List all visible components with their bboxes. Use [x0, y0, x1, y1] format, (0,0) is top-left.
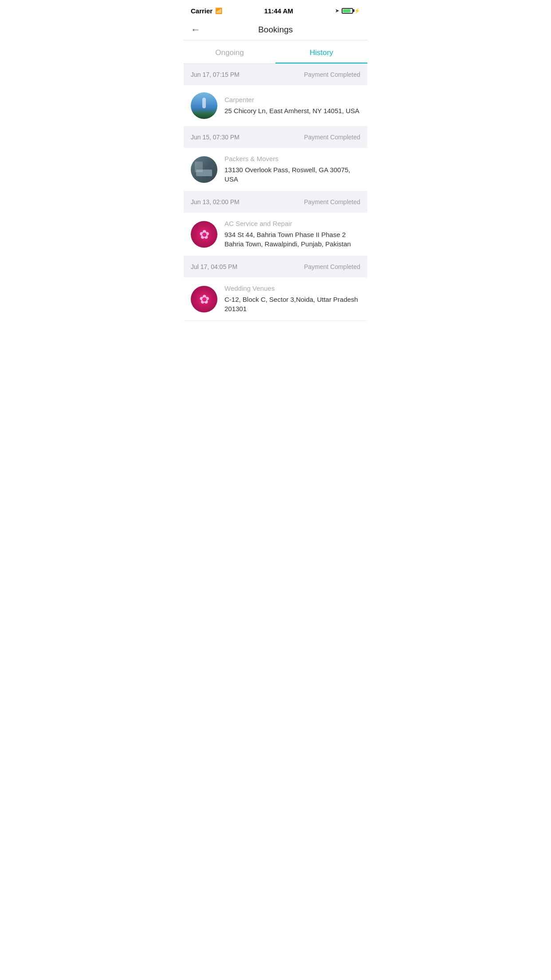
service-avatar-2: [191, 156, 217, 183]
page-title: Bookings: [258, 25, 293, 35]
back-button[interactable]: ←: [191, 25, 201, 35]
booking-section-4: Jul 17, 04:05 PM Payment Completed Weddi…: [184, 256, 367, 321]
booking-header-2: Jun 15, 07:30 PM Payment Completed: [184, 126, 367, 148]
booking-date-3: Jun 13, 02:00 PM: [191, 198, 240, 205]
service-avatar-1: [191, 92, 217, 119]
service-address-3: 934 St 44, Bahria Town Phase II Phase 2 …: [224, 230, 360, 249]
service-name-2: Packers & Movers: [224, 155, 360, 162]
booking-header-3: Jun 13, 02:00 PM Payment Completed: [184, 191, 367, 213]
service-address-1: 25 Chicory Ln, East Amherst, NY 14051, U…: [224, 106, 360, 115]
service-info-1: Carpenter 25 Chicory Ln, East Amherst, N…: [224, 96, 360, 115]
battery-fill: [343, 9, 350, 12]
booking-date-4: Jul 17, 04:05 PM: [191, 263, 237, 270]
booking-status-2: Payment Completed: [304, 134, 360, 141]
tab-ongoing[interactable]: Ongoing: [184, 40, 276, 63]
booking-detail-3[interactable]: AC Service and Repair 934 St 44, Bahria …: [184, 213, 367, 256]
service-name-1: Carpenter: [224, 96, 360, 103]
status-left: Carrier 📶: [191, 7, 222, 15]
battery-container: ⚡: [342, 8, 360, 14]
battery-icon: [342, 8, 353, 14]
booking-section-3: Jun 13, 02:00 PM Payment Completed AC Se…: [184, 191, 367, 256]
booking-header-4: Jul 17, 04:05 PM Payment Completed: [184, 256, 367, 277]
service-info-4: Wedding Venues C-12, Block C, Sector 3,N…: [224, 285, 360, 313]
service-name-3: AC Service and Repair: [224, 220, 360, 227]
service-address-4: C-12, Block C, Sector 3,Noida, Uttar Pra…: [224, 295, 360, 313]
location-icon: ➤: [335, 8, 339, 14]
booking-header-1: Jun 17, 07:15 PM Payment Completed: [184, 64, 367, 85]
tab-history[interactable]: History: [276, 40, 367, 63]
service-name-4: Wedding Venues: [224, 285, 360, 292]
booking-list: Jun 17, 07:15 PM Payment Completed Carpe…: [184, 64, 367, 321]
booking-status-4: Payment Completed: [304, 263, 360, 270]
booking-section-1: Jun 17, 07:15 PM Payment Completed Carpe…: [184, 64, 367, 126]
booking-status-3: Payment Completed: [304, 198, 360, 205]
service-info-3: AC Service and Repair 934 St 44, Bahria …: [224, 220, 360, 249]
status-time: 11:44 AM: [264, 7, 293, 15]
booking-section-2: Jun 15, 07:30 PM Payment Completed Packe…: [184, 126, 367, 191]
booking-status-1: Payment Completed: [304, 71, 360, 78]
booking-date-1: Jun 17, 07:15 PM: [191, 71, 240, 78]
service-address-2: 13130 Overlook Pass, Roswell, GA 30075, …: [224, 165, 360, 184]
page-header: ← Bookings: [184, 20, 367, 40]
booking-detail-4[interactable]: Wedding Venues C-12, Block C, Sector 3,N…: [184, 277, 367, 321]
tab-bar: Ongoing History: [184, 40, 367, 64]
service-avatar-4: [191, 286, 217, 312]
service-avatar-3: [191, 221, 217, 248]
booking-detail-1[interactable]: Carpenter 25 Chicory Ln, East Amherst, N…: [184, 85, 367, 126]
bolt-icon: ⚡: [354, 8, 360, 14]
status-right: ➤ ⚡: [335, 8, 360, 14]
carrier-label: Carrier: [191, 7, 213, 15]
booking-detail-2[interactable]: Packers & Movers 13130 Overlook Pass, Ro…: [184, 148, 367, 191]
status-bar: Carrier 📶 11:44 AM ➤ ⚡: [184, 0, 367, 20]
booking-date-2: Jun 15, 07:30 PM: [191, 134, 240, 141]
wifi-icon: 📶: [215, 8, 222, 14]
service-info-2: Packers & Movers 13130 Overlook Pass, Ro…: [224, 155, 360, 184]
